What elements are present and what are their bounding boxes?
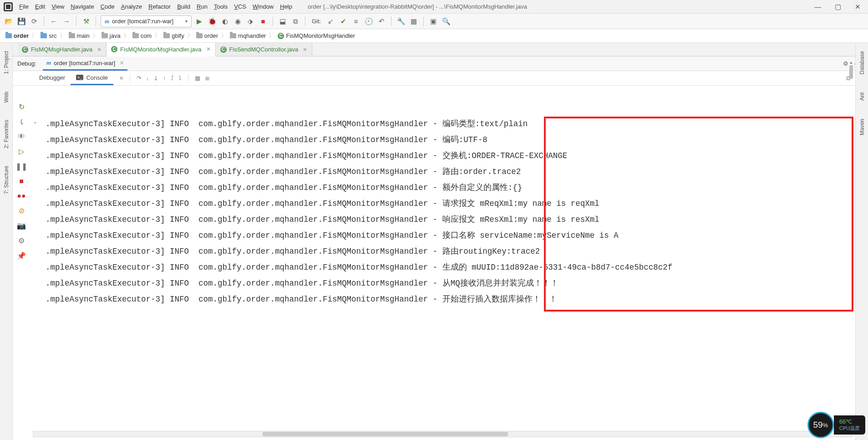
run-dashboard-icon[interactable]: ▣ (428, 16, 438, 26)
attach-icon[interactable]: ⬗ (245, 16, 255, 26)
sync-icon[interactable]: ⟳ (29, 16, 39, 26)
menu-vcs[interactable]: VCS (234, 3, 246, 10)
rerun-icon[interactable]: ↻ (19, 102, 25, 111)
debug-tab-debugger[interactable]: Debugger (34, 71, 71, 85)
horizontal-scrollbar[interactable] (33, 431, 853, 437)
class-icon: C (278, 33, 284, 39)
pin-icon[interactable]: 📌 (17, 251, 26, 260)
editor-tab[interactable]: CFisSendMQControllor.java✕ (216, 43, 313, 56)
close-icon[interactable]: ✕ (120, 60, 124, 66)
minimize-icon[interactable]: — (814, 3, 821, 11)
update-icon[interactable]: ⬓ (278, 16, 288, 26)
close-icon[interactable]: ✕ (97, 46, 102, 53)
chevron-right-icon: 〉 (269, 32, 275, 40)
breadcrumb-label: main (77, 32, 90, 39)
mute-bp-icon[interactable]: ⊘ (19, 206, 25, 215)
close-icon[interactable]: ✕ (206, 46, 211, 52)
trace-icon[interactable]: ≣ (205, 75, 210, 82)
folder-icon (163, 33, 170, 38)
debug-icon[interactable]: 🐞 (207, 16, 217, 26)
maximize-icon[interactable]: ▢ (835, 3, 841, 11)
breadcrumb-item[interactable]: com (131, 32, 154, 39)
resume-icon[interactable]: ⤹ (19, 118, 25, 126)
rail-item[interactable]: Maven (859, 119, 865, 135)
view-breakpoints-icon[interactable]: 👁 (18, 133, 25, 141)
run-to-cursor-icon[interactable]: ⤵ (178, 75, 182, 82)
git-compare-icon[interactable]: ≡ (351, 16, 361, 26)
back-icon[interactable]: ← (49, 16, 59, 26)
separator (44, 16, 44, 26)
separator (96, 16, 96, 26)
menu-refactor[interactable]: Refactor (148, 3, 171, 10)
git-revert-icon[interactable]: ↶ (376, 16, 386, 26)
rail-item[interactable]: 7: Structure (3, 166, 10, 194)
breadcrumb-item[interactable]: java (100, 32, 122, 39)
menu-analyze[interactable]: Analyze (121, 3, 142, 10)
debug-tab-console[interactable]: >_ Console (71, 71, 113, 85)
git-commit-icon[interactable]: ✔ (338, 16, 348, 26)
menu-help[interactable]: Help (280, 3, 292, 10)
menu-file[interactable]: File (19, 3, 29, 10)
folder-icon (132, 33, 139, 38)
open-icon[interactable]: 📂 (4, 16, 14, 26)
menu-tools[interactable]: Tools (214, 3, 228, 10)
run-anything-icon[interactable]: ⧉ (290, 16, 300, 26)
step-over-icon[interactable]: ↷ (137, 75, 142, 82)
step-into-icon[interactable]: ↓ (146, 75, 149, 82)
editor-tab[interactable]: CFisMQMsgHandler.java✕ (17, 43, 107, 56)
rail-item[interactable]: Ant (859, 92, 865, 101)
pause-icon[interactable]: ❚❚ (15, 162, 27, 171)
drop-frame-icon[interactable]: ⤴ (171, 75, 174, 82)
forward-icon[interactable]: → (61, 16, 71, 26)
separator (305, 16, 305, 26)
filter-icon[interactable]: ≡ (120, 75, 123, 82)
hammer-icon[interactable]: ⚒ (81, 16, 91, 26)
wrench-icon[interactable]: 🔧 (396, 16, 406, 26)
step-out-icon[interactable]: ↑ (163, 75, 166, 82)
rail-item[interactable]: 2: Favorites (3, 120, 10, 148)
git-history-icon[interactable]: 🕘 (364, 16, 374, 26)
git-update-icon[interactable]: ↙ (325, 16, 335, 26)
settings-icon[interactable]: ⚙ (18, 236, 25, 245)
rail-item[interactable]: 1: Project (3, 51, 10, 74)
breadcrumb-item[interactable]: src (39, 32, 58, 39)
coverage-icon[interactable]: ◐ (220, 16, 230, 26)
search-icon[interactable]: 🔍 (441, 16, 451, 26)
camera-icon[interactable]: 📷 (17, 221, 26, 230)
menu-edit[interactable]: Edit (35, 3, 45, 10)
breadcrumb-item[interactable]: order (4, 32, 30, 39)
menu-build[interactable]: Build (177, 3, 190, 10)
breakpoint-icon[interactable]: ●● (17, 192, 25, 200)
structure-icon[interactable]: ▦ (409, 16, 419, 26)
stop-icon[interactable]: ■ (19, 177, 24, 185)
close-icon[interactable]: ✕ (855, 3, 861, 11)
breadcrumb-item[interactable]: order (194, 32, 220, 39)
console-output[interactable]: .mpleAsyncTaskExecutor-3] INFO com.gblfy… (33, 116, 853, 428)
menu-view[interactable]: View (51, 3, 64, 10)
menu-navigate[interactable]: Navigate (71, 3, 94, 10)
run-icon[interactable]: ▶ (194, 16, 204, 26)
breadcrumb-item[interactable]: gblfy (162, 32, 186, 39)
folder-icon (69, 33, 75, 38)
menu-run[interactable]: Run (197, 3, 208, 10)
menu-window[interactable]: Window (253, 3, 274, 10)
rail-item[interactable]: Web (3, 92, 10, 102)
breadcrumb-label: src (49, 32, 56, 39)
debug-run-tab[interactable]: m order [tomcat7:run-war] ✕ (43, 56, 127, 71)
save-icon[interactable]: 💾 (16, 16, 26, 26)
menu-code[interactable]: Code (101, 3, 115, 10)
close-icon[interactable]: ✕ (303, 46, 307, 53)
force-step-into-icon[interactable]: ⤓ (153, 75, 158, 82)
evaluate-icon[interactable]: ▦ (195, 75, 200, 82)
breadcrumb-item[interactable]: mqhandler (228, 32, 268, 39)
run-config-dropdown[interactable]: m order [tomcat7:run-war] ▾ (101, 15, 192, 27)
profile-icon[interactable]: ◉ (233, 16, 243, 26)
play-icon[interactable]: ▷ (19, 147, 24, 156)
editor-scrollbar[interactable]: ▴ (848, 59, 854, 105)
rail-item[interactable]: Database (859, 51, 865, 74)
stop-icon[interactable]: ■ (258, 16, 268, 26)
editor-tab[interactable]: CFisMQMonitorMsgHandler.java✕ (107, 43, 215, 56)
breadcrumb-item[interactable]: main (67, 32, 91, 39)
chevron-right-icon: 〉 (187, 32, 193, 40)
breadcrumb-item[interactable]: CFisMQMonitorMsgHandler (276, 32, 357, 39)
